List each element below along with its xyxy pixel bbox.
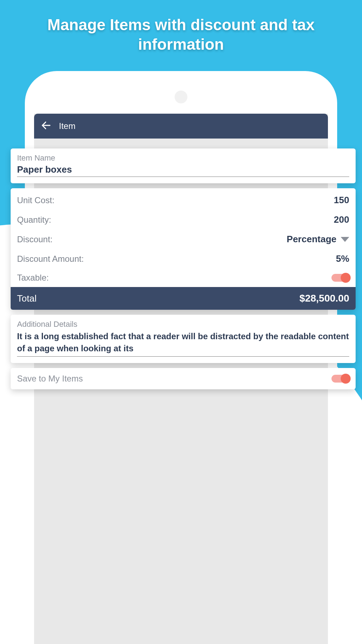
discount-amount-row[interactable]: Discount Amount: 5% — [11, 249, 356, 269]
taxable-label: Taxable: — [17, 273, 49, 283]
pricing-card: Unit Cost: 150 Quantity: 200 Discount: P… — [11, 188, 356, 310]
toggle-knob — [341, 374, 351, 384]
total-row: Total $28,500.00 — [11, 287, 356, 310]
taxable-row: Taxable: — [11, 269, 356, 287]
discount-amount-value: 5% — [336, 253, 349, 264]
discount-type-value: Percentage — [287, 234, 336, 245]
phone-speaker — [175, 91, 187, 103]
discount-label: Discount: — [17, 234, 53, 244]
discount-amount-label: Discount Amount: — [17, 254, 84, 264]
item-name-input[interactable]: Paper boxes — [17, 164, 349, 177]
additional-details-card: Additional Details It is a long establis… — [11, 315, 356, 363]
total-label: Total — [17, 293, 37, 304]
unit-cost-row[interactable]: Unit Cost: 150 — [11, 190, 356, 210]
promo-headline: Manage Items with discount and tax infor… — [0, 15, 362, 54]
quantity-value: 200 — [334, 214, 349, 225]
appbar-title: Item — [59, 121, 76, 131]
discount-row[interactable]: Discount: Percentage — [11, 229, 356, 249]
additional-details-label: Additional Details — [17, 320, 349, 329]
app-bar: Item — [34, 114, 328, 139]
item-name-label: Item Name — [17, 153, 349, 163]
unit-cost-value: 150 — [334, 195, 349, 206]
save-to-items-label: Save to My Items — [17, 374, 83, 384]
quantity-label: Quantity: — [17, 215, 51, 225]
save-to-items-toggle[interactable] — [331, 375, 349, 383]
additional-details-input[interactable]: It is a long established fact that a rea… — [17, 330, 349, 357]
total-value: $28,500.00 — [300, 293, 349, 304]
discount-type-select[interactable]: Percentage — [287, 234, 349, 245]
quantity-row[interactable]: Quantity: 200 — [11, 210, 356, 229]
chevron-down-icon — [341, 237, 349, 242]
back-button[interactable] — [40, 120, 52, 132]
item-name-card: Item Name Paper boxes — [11, 148, 356, 183]
toggle-knob — [341, 273, 351, 283]
save-to-items-card: Save to My Items — [11, 368, 356, 389]
taxable-toggle[interactable] — [331, 274, 349, 282]
unit-cost-label: Unit Cost: — [17, 195, 54, 205]
